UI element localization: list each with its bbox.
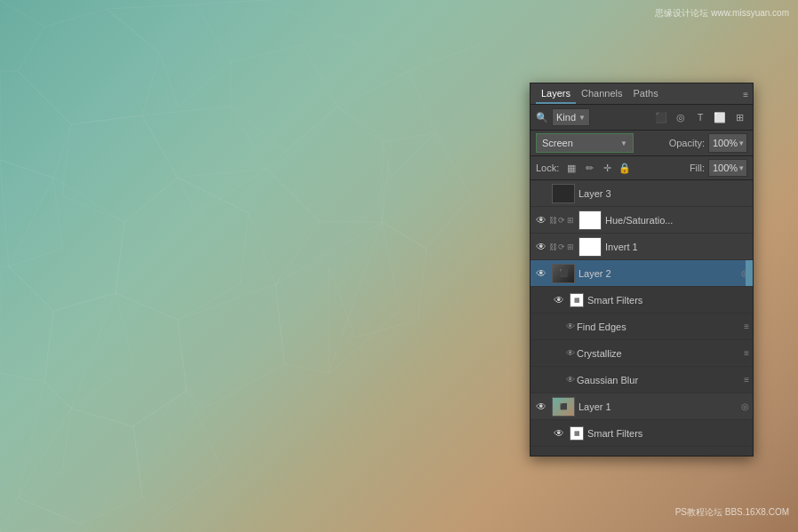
svg-marker-1: [107, 4, 231, 107]
svg-line-24: [196, 0, 267, 4]
svg-marker-12: [44, 293, 133, 409]
layers-panel: Layers Channels Paths ≡ 🔍 Kind ▼ ⬛ ◎ T ⬜…: [530, 83, 754, 457]
watermark-bottom: PS教程论坛 BBS.16X8.COM: [675, 506, 789, 519]
thumb-invert: [579, 237, 602, 257]
layer-row-layer2[interactable]: 👁 ⬛ Layer 2 ◎: [531, 260, 753, 287]
active-scroll-indicator: [746, 260, 753, 286]
visibility-crystallize[interactable]: 👁: [564, 348, 577, 358]
fill-arrow: ▼: [738, 164, 745, 172]
layer-row-hue-sat[interactable]: 👁 ⛓ ⟳ ⊞ Hue/Saturatio...: [531, 207, 753, 234]
thumb-layer1: ⬛: [552, 397, 575, 417]
invert-name: Invert 1: [605, 242, 749, 252]
layer-row-invert[interactable]: 👁 ⛓ ⟳ ⊞ Invert 1: [531, 234, 753, 260]
blend-mode-dropdown[interactable]: Screen ▼: [536, 133, 634, 153]
lock-brush-icon[interactable]: ✏: [582, 161, 596, 175]
smart-filters-header-2[interactable]: 👁 ▦ Smart Filters: [531, 420, 753, 447]
panel-search-row: 🔍 Kind ▼ ⬛ ◎ T ⬜ ⊞: [531, 105, 753, 131]
opacity-input[interactable]: 100% ▼: [708, 133, 747, 153]
layer2-name: Layer 2: [579, 268, 741, 279]
panel-tabs: Layers Channels Paths ≡: [531, 83, 753, 105]
layer-row-layer3[interactable]: Layer 3: [531, 180, 753, 207]
layer1-smart-icon: ◎: [741, 401, 749, 411]
fill-control: Fill: 100% ▼: [690, 159, 747, 177]
lock-checkerboard-icon[interactable]: ▦: [564, 161, 579, 175]
link-icon-hue1: ⛓: [548, 216, 557, 225]
visibility-smartfilters2[interactable]: 👁: [552, 427, 566, 440]
blend-opacity-row: Screen ▼ Opacity: 100% ▼: [531, 131, 753, 156]
svg-line-23: [0, 0, 44, 27]
gaussian-blur-1-name: Gaussian Blur: [577, 375, 744, 385]
visibility-gaussian-blur-1[interactable]: 👁: [564, 375, 577, 385]
lock-fill-row: Lock: ▦ ✏ ✛ 🔒 Fill: 100% ▼: [531, 156, 753, 180]
svg-marker-0: [18, 9, 160, 124]
crystallize-name: Crystallize: [577, 348, 744, 359]
visibility-smartfilters1[interactable]: 👁: [552, 294, 566, 306]
filter-adjust-icon[interactable]: ◎: [673, 109, 689, 125]
fill-input[interactable]: 100% ▼: [708, 159, 747, 177]
gaussian-blur-2-slider-icon[interactable]: ≡: [744, 455, 749, 456]
layer1-right-icons: ◎: [741, 401, 749, 411]
smart-filter-thumb-1: ▦: [570, 293, 584, 307]
kind-dropdown[interactable]: Kind ▼: [552, 108, 590, 126]
layer-row-find-edges[interactable]: 👁 Find Edges ≡: [531, 314, 753, 340]
svg-marker-15: [275, 222, 400, 373]
filter-text-icon[interactable]: T: [692, 109, 708, 125]
svg-marker-8: [116, 178, 249, 320]
blend-dropdown-arrow: ▼: [620, 139, 627, 147]
svg-marker-6: [0, 160, 62, 266]
lock-move-icon[interactable]: ✛: [600, 161, 614, 175]
svg-marker-17: [18, 409, 142, 524]
layer-row-gaussian-blur-1[interactable]: 👁 Gaussian Blur ≡: [531, 367, 753, 393]
svg-marker-21: [382, 133, 471, 249]
lock-all-icon[interactable]: 🔒: [618, 161, 632, 175]
visibility-invert[interactable]: 👁: [534, 241, 548, 253]
svg-line-27: [409, 44, 480, 71]
visibility-find-edges[interactable]: 👁: [564, 322, 577, 331]
search-icon: 🔍: [536, 112, 548, 123]
layer2-right-icons: ◎: [741, 268, 749, 278]
svg-marker-16: [18, 382, 71, 497]
svg-marker-4: [142, 107, 267, 213]
filter-shape-icon[interactable]: ⬜: [712, 109, 728, 125]
find-edges-slider-icon[interactable]: ≡: [744, 322, 749, 331]
svg-marker-3: [62, 115, 178, 222]
thumb-layer3: [552, 184, 575, 203]
link-icon-hue2: ⟳: [557, 216, 566, 225]
visibility-gaussian-blur-2[interactable]: 👁: [564, 455, 577, 456]
thumb-hue-sat: [579, 210, 602, 230]
link-icon-inv3: ⊞: [566, 242, 575, 251]
visibility-layer2[interactable]: 👁: [534, 267, 548, 280]
tab-layers[interactable]: Layers: [536, 83, 576, 104]
svg-marker-19: [0, 497, 89, 532]
visibility-layer1[interactable]: 👁: [534, 401, 548, 413]
svg-marker-14: [178, 284, 284, 409]
panel-menu-button[interactable]: ≡: [743, 89, 748, 99]
layer-row-layer1[interactable]: 👁 ⬛ Layer 1 ◎: [531, 393, 753, 420]
opacity-control: Opacity: 100% ▼: [669, 133, 747, 153]
svg-marker-20: [338, 71, 435, 178]
gaussian-blur-1-slider-icon[interactable]: ≡: [744, 375, 749, 385]
svg-marker-9: [178, 169, 320, 284]
layer-row-crystallize[interactable]: 👁 Crystallize ≡: [531, 340, 753, 367]
find-edges-name: Find Edges: [577, 322, 744, 332]
link-icon-inv2: ⟳: [557, 242, 566, 251]
filter-pixel-icon[interactable]: ⬛: [653, 109, 669, 125]
crystallize-slider-icon[interactable]: ≡: [744, 348, 749, 358]
visibility-hue-sat[interactable]: 👁: [534, 214, 548, 226]
tab-channels[interactable]: Channels: [576, 83, 627, 104]
kind-dropdown-arrow: ▼: [579, 114, 586, 122]
watermark-top: 思缘设计论坛 www.missyuan.com: [655, 7, 789, 20]
tab-paths[interactable]: Paths: [628, 83, 664, 104]
filter-smart-icon[interactable]: ⊞: [731, 109, 747, 125]
hue-sat-name: Hue/Saturatio...: [605, 215, 749, 226]
svg-line-26: [338, 36, 409, 71]
gaussian-blur-2-name: Gaussian Blur: [577, 455, 744, 457]
layer3-name: Layer 3: [579, 188, 749, 199]
smart-filters-1-name: Smart Filters: [587, 295, 749, 306]
smart-filters-header-1[interactable]: 👁 ▦ Smart Filters: [531, 287, 753, 314]
opacity-label: Opacity:: [669, 138, 705, 148]
search-filter-icons: ⬛ ◎ T ⬜ ⊞: [653, 109, 747, 125]
thumb-layer2: ⬛: [552, 264, 575, 283]
layer-row-gaussian-blur-2[interactable]: 👁 Gaussian Blur ≡: [531, 447, 753, 456]
smart-filter-thumb-2: ▦: [570, 426, 584, 441]
